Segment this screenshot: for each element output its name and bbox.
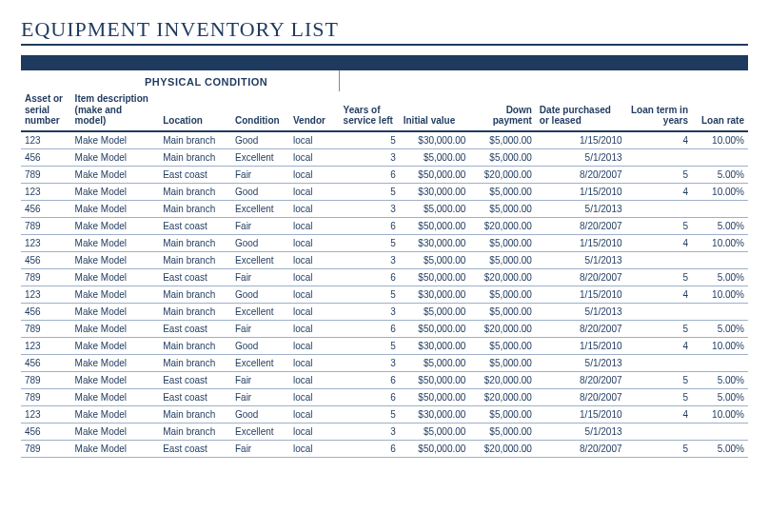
cell-vendor: local bbox=[289, 251, 340, 268]
table-row: 789Make ModelEast coastFairlocal6$50,000… bbox=[21, 320, 748, 337]
cell-condition: Fair bbox=[231, 320, 289, 337]
cell-vendor: local bbox=[289, 200, 340, 217]
cell-desc: Make Model bbox=[71, 286, 160, 303]
cell-asset: 789 bbox=[21, 166, 71, 183]
cell-condition: Excellent bbox=[231, 303, 289, 320]
cell-term: 5 bbox=[626, 217, 692, 234]
cell-rate bbox=[692, 148, 748, 166]
cell-term bbox=[626, 423, 692, 440]
header-location: Location bbox=[159, 91, 231, 131]
cell-asset: 123 bbox=[21, 131, 71, 149]
cell-vendor: local bbox=[289, 217, 340, 234]
table-row: 123Make ModelMain branchGoodlocal5$30,00… bbox=[21, 234, 748, 251]
cell-date: 8/20/2007 bbox=[536, 440, 626, 457]
cell-asset: 789 bbox=[21, 320, 71, 337]
cell-initval: $30,000.00 bbox=[400, 183, 470, 200]
cell-date: 5/1/2013 bbox=[536, 423, 626, 440]
cell-asset: 456 bbox=[21, 303, 71, 320]
cell-years: 3 bbox=[340, 200, 400, 217]
header-banner bbox=[21, 55, 748, 70]
table-row: 789Make ModelEast coastFairlocal6$50,000… bbox=[21, 388, 748, 405]
cell-term bbox=[626, 251, 692, 268]
cell-vendor: local bbox=[289, 354, 340, 371]
cell-vendor: local bbox=[289, 183, 340, 200]
cell-location: East coast bbox=[159, 440, 231, 457]
cell-desc: Make Model bbox=[71, 183, 160, 200]
inventory-table: Asset or serial number Item description … bbox=[21, 91, 748, 458]
cell-years: 3 bbox=[340, 148, 400, 166]
cell-term: 4 bbox=[626, 131, 692, 149]
cell-vendor: local bbox=[289, 337, 340, 354]
cell-initval: $50,000.00 bbox=[400, 166, 470, 183]
cell-down: $20,000.00 bbox=[469, 268, 535, 286]
cell-down: $20,000.00 bbox=[469, 388, 535, 405]
cell-rate: 10.00% bbox=[692, 337, 748, 354]
cell-down: $5,000.00 bbox=[469, 234, 535, 251]
cell-location: East coast bbox=[159, 371, 231, 388]
cell-condition: Excellent bbox=[231, 251, 289, 268]
page-title: EQUIPMENT INVENTORY LIST bbox=[21, 17, 748, 46]
cell-date: 5/1/2013 bbox=[536, 148, 626, 166]
cell-initval: $30,000.00 bbox=[400, 234, 470, 251]
cell-location: East coast bbox=[159, 166, 231, 183]
cell-years: 5 bbox=[340, 183, 400, 200]
cell-condition: Fair bbox=[231, 371, 289, 388]
cell-asset: 789 bbox=[21, 268, 71, 286]
table-row: 456Make ModelMain branchExcellentlocal3$… bbox=[21, 251, 748, 268]
cell-rate: 10.00% bbox=[692, 234, 748, 251]
cell-desc: Make Model bbox=[71, 337, 160, 354]
table-row: 123Make ModelMain branchGoodlocal5$30,00… bbox=[21, 131, 748, 149]
cell-vendor: local bbox=[289, 131, 340, 149]
cell-initval: $5,000.00 bbox=[400, 148, 470, 166]
cell-rate: 5.00% bbox=[692, 166, 748, 183]
table-row: 123Make ModelMain branchGoodlocal5$30,00… bbox=[21, 286, 748, 303]
cell-down: $5,000.00 bbox=[469, 303, 535, 320]
cell-asset: 456 bbox=[21, 200, 71, 217]
cell-asset: 456 bbox=[21, 148, 71, 166]
cell-date: 8/20/2007 bbox=[536, 217, 626, 234]
cell-desc: Make Model bbox=[71, 388, 160, 405]
cell-down: $5,000.00 bbox=[469, 251, 535, 268]
cell-desc: Make Model bbox=[71, 166, 160, 183]
cell-asset: 456 bbox=[21, 423, 71, 440]
cell-rate bbox=[692, 423, 748, 440]
cell-desc: Make Model bbox=[71, 217, 160, 234]
table-row: 123Make ModelMain branchGoodlocal5$30,00… bbox=[21, 183, 748, 200]
header-term: Loan term in years bbox=[626, 91, 692, 131]
table-row: 456Make ModelMain branchExcellentlocal3$… bbox=[21, 200, 748, 217]
cell-date: 1/15/2010 bbox=[536, 131, 626, 149]
cell-desc: Make Model bbox=[71, 423, 160, 440]
cell-years: 5 bbox=[340, 234, 400, 251]
cell-term: 5 bbox=[626, 268, 692, 286]
cell-location: Main branch bbox=[159, 131, 231, 149]
cell-initval: $30,000.00 bbox=[400, 286, 470, 303]
cell-term: 5 bbox=[626, 320, 692, 337]
cell-down: $5,000.00 bbox=[469, 354, 535, 371]
header-condition: Condition bbox=[231, 91, 289, 131]
cell-rate: 5.00% bbox=[692, 371, 748, 388]
cell-down: $5,000.00 bbox=[469, 286, 535, 303]
cell-term: 5 bbox=[626, 388, 692, 405]
cell-initval: $30,000.00 bbox=[400, 337, 470, 354]
cell-condition: Good bbox=[231, 286, 289, 303]
cell-term: 4 bbox=[626, 337, 692, 354]
table-row: 789Make ModelEast coastFairlocal6$50,000… bbox=[21, 440, 748, 457]
cell-desc: Make Model bbox=[71, 371, 160, 388]
cell-initval: $5,000.00 bbox=[400, 303, 470, 320]
cell-rate: 5.00% bbox=[692, 440, 748, 457]
section-label: PHYSICAL CONDITION bbox=[145, 70, 267, 91]
cell-condition: Fair bbox=[231, 217, 289, 234]
cell-date: 5/1/2013 bbox=[536, 354, 626, 371]
cell-date: 8/20/2007 bbox=[536, 371, 626, 388]
cell-desc: Make Model bbox=[71, 200, 160, 217]
cell-vendor: local bbox=[289, 371, 340, 388]
cell-term bbox=[626, 148, 692, 166]
table-row: 789Make ModelEast coastFairlocal6$50,000… bbox=[21, 268, 748, 286]
cell-down: $5,000.00 bbox=[469, 423, 535, 440]
cell-initval: $5,000.00 bbox=[400, 251, 470, 268]
cell-condition: Good bbox=[231, 234, 289, 251]
section-row: PHYSICAL CONDITION bbox=[21, 70, 748, 91]
cell-years: 6 bbox=[340, 268, 400, 286]
cell-condition: Fair bbox=[231, 268, 289, 286]
cell-down: $20,000.00 bbox=[469, 166, 535, 183]
